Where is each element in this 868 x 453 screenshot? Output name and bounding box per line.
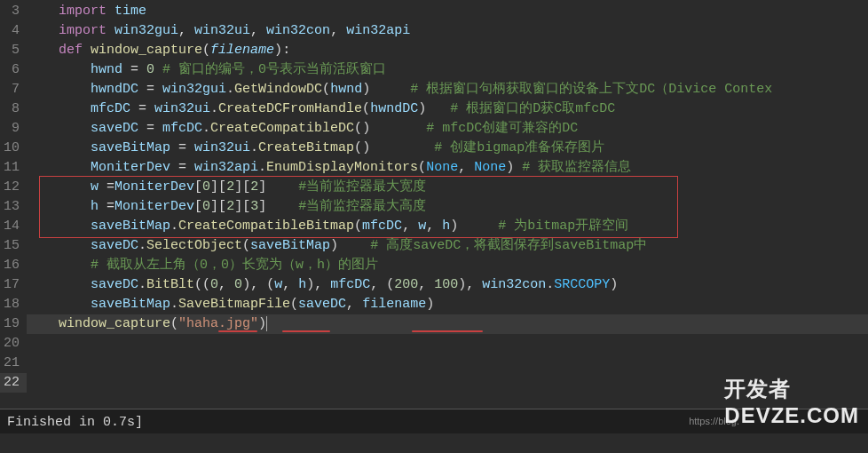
code-line[interactable]: hwndDC = win32gui.GetWindowDC(hwnd) # 根据… bbox=[27, 80, 868, 99]
line-number: 21 bbox=[0, 354, 20, 373]
code-editor[interactable]: 345678910111213141516171819202122 import… bbox=[0, 0, 868, 409]
code-line[interactable]: saveDC.SelectObject(saveBitMap) # 高度save… bbox=[27, 236, 868, 256]
text-cursor bbox=[266, 316, 267, 331]
code-line[interactable]: mfcDC = win32ui.CreateDCFromHandle(hwndD… bbox=[27, 99, 868, 119]
code-line[interactable]: w =MoniterDev[0][2][2] #当前监控器最大宽度 bbox=[27, 178, 868, 197]
line-number: 17 bbox=[0, 275, 20, 295]
blog-url: https://blog. bbox=[689, 416, 739, 426]
line-number: 12 bbox=[0, 178, 20, 197]
code-line[interactable]: MoniterDev = win32api.EnumDisplayMonitor… bbox=[27, 158, 868, 178]
code-line[interactable]: saveBitMap.SaveBitmapFile(saveDC, filena… bbox=[27, 295, 868, 314]
code-line[interactable]: hwnd = 0 # 窗口的编号，0号表示当前活跃窗口 bbox=[27, 60, 868, 80]
line-number: 18 bbox=[0, 295, 20, 314]
line-gutter: 345678910111213141516171819202122 bbox=[0, 0, 27, 409]
code-line[interactable]: import time bbox=[27, 2, 868, 21]
line-number: 5 bbox=[0, 41, 20, 60]
line-number: 8 bbox=[0, 99, 20, 119]
line-number: 4 bbox=[0, 21, 20, 41]
line-number: 22 bbox=[0, 373, 27, 393]
code-line[interactable]: saveDC = mfcDC.CreateCompatibleDC() # mf… bbox=[27, 119, 868, 139]
line-number: 20 bbox=[0, 334, 20, 354]
line-number: 6 bbox=[0, 60, 20, 80]
code-line[interactable]: h =MoniterDev[0][2][3] #当前监控器最大高度 bbox=[27, 197, 868, 217]
output-text: Finished in 0.7s] bbox=[7, 415, 143, 430]
code-area[interactable]: import time import win32gui, win32ui, wi… bbox=[27, 0, 868, 409]
code-line[interactable]: window_capture("haha.jpg") bbox=[27, 314, 868, 334]
code-line[interactable]: import win32gui, win32ui, win32con, win3… bbox=[27, 21, 868, 41]
line-number: 10 bbox=[0, 139, 20, 158]
code-line[interactable]: def window_capture(filename): bbox=[27, 41, 868, 60]
line-number: 16 bbox=[0, 256, 20, 275]
line-number: 3 bbox=[0, 2, 20, 21]
code-line[interactable]: # 截取从左上角（0，0）长宽为（w，h）的图片 bbox=[27, 256, 868, 275]
line-number: 13 bbox=[0, 197, 20, 217]
line-number: 19 bbox=[0, 314, 20, 334]
code-line[interactable]: saveBitMap.CreateCompatibleBitmap(mfcDC,… bbox=[27, 217, 868, 236]
code-line[interactable]: saveDC.BitBlt((0, 0), (w, h), mfcDC, (20… bbox=[27, 275, 868, 295]
line-number: 14 bbox=[0, 217, 20, 236]
line-number: 7 bbox=[0, 80, 20, 99]
line-number: 11 bbox=[0, 158, 20, 178]
line-number: 9 bbox=[0, 119, 20, 139]
code-line[interactable]: saveBitMap = win32ui.CreateBitmap() # 创建… bbox=[27, 139, 868, 158]
line-number: 15 bbox=[0, 236, 20, 256]
